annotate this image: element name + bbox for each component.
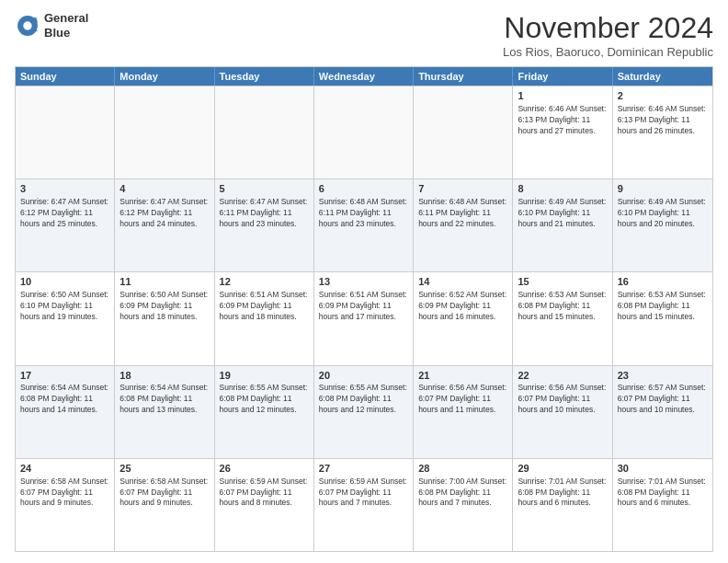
calendar-cell <box>314 86 414 178</box>
day-number: 1 <box>518 89 607 103</box>
day-number: 20 <box>319 369 408 383</box>
calendar-row: 24Sunrise: 6:58 AM Sunset: 6:07 PM Dayli… <box>16 458 712 551</box>
day-info: Sunrise: 6:58 AM Sunset: 6:07 PM Dayligh… <box>119 477 209 510</box>
day-info: Sunrise: 6:55 AM Sunset: 6:08 PM Dayligh… <box>319 383 408 416</box>
day-info: Sunrise: 6:56 AM Sunset: 6:07 PM Dayligh… <box>418 383 507 416</box>
day-number: 3 <box>20 182 109 196</box>
calendar-row: 10Sunrise: 6:50 AM Sunset: 6:10 PM Dayli… <box>16 271 712 364</box>
calendar-cell: 23Sunrise: 6:57 AM Sunset: 6:07 PM Dayli… <box>613 366 712 458</box>
day-info: Sunrise: 6:50 AM Sunset: 6:10 PM Dayligh… <box>20 290 109 323</box>
day-number: 30 <box>618 462 708 476</box>
logo: General Blue <box>15 11 88 40</box>
calendar-cell: 20Sunrise: 6:55 AM Sunset: 6:08 PM Dayli… <box>314 366 414 458</box>
calendar-cell: 21Sunrise: 6:56 AM Sunset: 6:07 PM Dayli… <box>414 366 513 458</box>
day-info: Sunrise: 6:47 AM Sunset: 6:12 PM Dayligh… <box>20 197 109 230</box>
day-number: 11 <box>119 275 209 289</box>
day-info: Sunrise: 6:51 AM Sunset: 6:09 PM Dayligh… <box>220 290 309 323</box>
calendar-cell: 22Sunrise: 6:56 AM Sunset: 6:07 PM Dayli… <box>513 366 612 458</box>
calendar: SundayMondayTuesdayWednesdayThursdayFrid… <box>15 66 713 552</box>
day-number: 21 <box>418 369 507 383</box>
calendar-cell: 15Sunrise: 6:53 AM Sunset: 6:08 PM Dayli… <box>513 272 612 364</box>
calendar-row: 3Sunrise: 6:47 AM Sunset: 6:12 PM Daylig… <box>16 178 712 271</box>
calendar-cell: 25Sunrise: 6:58 AM Sunset: 6:07 PM Dayli… <box>115 459 214 551</box>
calendar-cell <box>115 86 214 178</box>
header: General Blue November 2024 Los Rios, Bao… <box>15 11 713 59</box>
day-info: Sunrise: 6:53 AM Sunset: 6:08 PM Dayligh… <box>618 290 708 323</box>
location-title: Los Rios, Baoruco, Dominican Republic <box>503 45 713 59</box>
day-number: 17 <box>20 369 109 383</box>
day-number: 29 <box>518 462 607 476</box>
logo-line2: Blue <box>44 26 88 40</box>
day-number: 9 <box>618 182 708 196</box>
day-number: 4 <box>119 182 209 196</box>
calendar-body: 1Sunrise: 6:46 AM Sunset: 6:13 PM Daylig… <box>16 86 712 551</box>
calendar-cell: 4Sunrise: 6:47 AM Sunset: 6:12 PM Daylig… <box>115 179 214 271</box>
day-info: Sunrise: 6:58 AM Sunset: 6:07 PM Dayligh… <box>20 477 109 510</box>
calendar-cell: 9Sunrise: 6:49 AM Sunset: 6:10 PM Daylig… <box>613 179 712 271</box>
day-info: Sunrise: 6:54 AM Sunset: 6:08 PM Dayligh… <box>119 383 209 416</box>
calendar-cell: 6Sunrise: 6:48 AM Sunset: 6:11 PM Daylig… <box>314 179 414 271</box>
day-info: Sunrise: 6:48 AM Sunset: 6:11 PM Dayligh… <box>319 197 408 230</box>
calendar-cell: 3Sunrise: 6:47 AM Sunset: 6:12 PM Daylig… <box>16 179 115 271</box>
calendar-row: 17Sunrise: 6:54 AM Sunset: 6:08 PM Dayli… <box>16 365 712 458</box>
day-info: Sunrise: 6:47 AM Sunset: 6:12 PM Dayligh… <box>119 197 209 230</box>
calendar-cell: 29Sunrise: 7:01 AM Sunset: 6:08 PM Dayli… <box>513 459 612 551</box>
month-title: November 2024 <box>503 11 713 45</box>
day-number: 16 <box>618 275 708 289</box>
day-number: 27 <box>319 462 408 476</box>
day-info: Sunrise: 6:47 AM Sunset: 6:11 PM Dayligh… <box>220 197 309 230</box>
calendar-cell: 13Sunrise: 6:51 AM Sunset: 6:09 PM Dayli… <box>314 272 414 364</box>
calendar-cell: 8Sunrise: 6:49 AM Sunset: 6:10 PM Daylig… <box>513 179 612 271</box>
svg-point-1 <box>23 21 31 29</box>
day-number: 22 <box>518 369 607 383</box>
calendar-cell: 16Sunrise: 6:53 AM Sunset: 6:08 PM Dayli… <box>613 272 712 364</box>
day-info: Sunrise: 6:55 AM Sunset: 6:08 PM Dayligh… <box>220 383 309 416</box>
calendar-header: SundayMondayTuesdayWednesdayThursdayFrid… <box>16 67 712 86</box>
day-info: Sunrise: 6:48 AM Sunset: 6:11 PM Dayligh… <box>418 197 507 230</box>
calendar-row: 1Sunrise: 6:46 AM Sunset: 6:13 PM Daylig… <box>16 86 712 178</box>
weekday-header: Thursday <box>414 67 513 86</box>
day-number: 5 <box>220 182 309 196</box>
day-number: 23 <box>618 369 708 383</box>
day-number: 24 <box>20 462 109 476</box>
day-number: 25 <box>119 462 209 476</box>
day-number: 18 <box>119 369 209 383</box>
calendar-cell <box>16 86 115 178</box>
calendar-cell: 10Sunrise: 6:50 AM Sunset: 6:10 PM Dayli… <box>16 272 115 364</box>
day-info: Sunrise: 6:50 AM Sunset: 6:09 PM Dayligh… <box>119 290 209 323</box>
calendar-cell: 24Sunrise: 6:58 AM Sunset: 6:07 PM Dayli… <box>16 459 115 551</box>
weekday-header: Sunday <box>16 67 115 86</box>
calendar-cell: 17Sunrise: 6:54 AM Sunset: 6:08 PM Dayli… <box>16 366 115 458</box>
page: General Blue November 2024 Los Rios, Bao… <box>0 0 728 563</box>
calendar-cell: 28Sunrise: 7:00 AM Sunset: 6:08 PM Dayli… <box>414 459 513 551</box>
day-number: 2 <box>618 89 708 103</box>
logo-line1: General <box>44 11 88 26</box>
day-info: Sunrise: 7:01 AM Sunset: 6:08 PM Dayligh… <box>518 477 607 510</box>
day-info: Sunrise: 6:59 AM Sunset: 6:07 PM Dayligh… <box>319 477 408 510</box>
day-info: Sunrise: 6:46 AM Sunset: 6:13 PM Dayligh… <box>518 104 607 137</box>
day-number: 15 <box>518 275 607 289</box>
calendar-cell: 1Sunrise: 6:46 AM Sunset: 6:13 PM Daylig… <box>513 86 612 178</box>
logo-text: General Blue <box>44 11 88 40</box>
day-number: 28 <box>418 462 507 476</box>
day-info: Sunrise: 6:52 AM Sunset: 6:09 PM Dayligh… <box>418 290 507 323</box>
day-info: Sunrise: 6:57 AM Sunset: 6:07 PM Dayligh… <box>618 383 708 416</box>
day-number: 14 <box>418 275 507 289</box>
day-number: 12 <box>220 275 309 289</box>
calendar-cell <box>215 86 314 178</box>
calendar-cell: 12Sunrise: 6:51 AM Sunset: 6:09 PM Dayli… <box>215 272 314 364</box>
day-number: 8 <box>518 182 607 196</box>
day-info: Sunrise: 6:56 AM Sunset: 6:07 PM Dayligh… <box>518 383 607 416</box>
calendar-cell: 14Sunrise: 6:52 AM Sunset: 6:09 PM Dayli… <box>414 272 513 364</box>
calendar-cell: 18Sunrise: 6:54 AM Sunset: 6:08 PM Dayli… <box>115 366 214 458</box>
day-info: Sunrise: 6:54 AM Sunset: 6:08 PM Dayligh… <box>20 383 109 416</box>
calendar-cell: 30Sunrise: 7:01 AM Sunset: 6:08 PM Dayli… <box>613 459 712 551</box>
calendar-cell: 19Sunrise: 6:55 AM Sunset: 6:08 PM Dayli… <box>215 366 314 458</box>
title-block: November 2024 Los Rios, Baoruco, Dominic… <box>503 11 713 59</box>
day-info: Sunrise: 7:01 AM Sunset: 6:08 PM Dayligh… <box>618 477 708 510</box>
calendar-cell: 5Sunrise: 6:47 AM Sunset: 6:11 PM Daylig… <box>215 179 314 271</box>
calendar-cell: 11Sunrise: 6:50 AM Sunset: 6:09 PM Dayli… <box>115 272 214 364</box>
calendar-cell: 26Sunrise: 6:59 AM Sunset: 6:07 PM Dayli… <box>215 459 314 551</box>
day-number: 10 <box>20 275 109 289</box>
weekday-header: Saturday <box>613 67 712 86</box>
